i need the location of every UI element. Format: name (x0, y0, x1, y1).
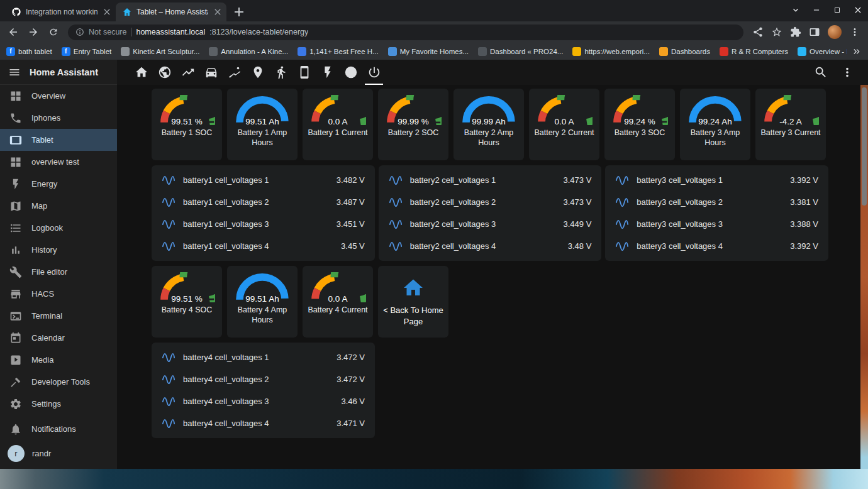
new-tab-button[interactable] (231, 4, 247, 19)
entity-row[interactable]: battery1 cell_voltages 33.451 V (152, 213, 375, 235)
entity-row[interactable]: battery4 cell_voltages 23.472 V (152, 368, 375, 390)
bookmark-favicon (121, 47, 130, 56)
gauge-card-battery1-soc[interactable]: 99.51 % Battery 1 SOC (152, 89, 222, 160)
view-tab-slope[interactable] (223, 60, 246, 85)
sidebar-item-settings[interactable]: Settings (0, 393, 117, 415)
gauge-card-battery4-current[interactable]: 0.0 A Battery 4 Current (303, 266, 373, 338)
bookmark-item[interactable]: fbath tablet (6, 47, 52, 56)
bookmark-item[interactable]: fEntry Tablet (62, 47, 112, 56)
bookmarks-overflow-icon[interactable] (852, 47, 862, 57)
browser-tab-github[interactable]: Integration not working for me... (5, 3, 116, 21)
gauge-card-battery3-current[interactable]: -4.2 A Battery 3 Current (755, 89, 826, 160)
bookmark-item[interactable]: Dashboard « PRO24... (478, 47, 563, 56)
sidebar-item-terminal[interactable]: Terminal (0, 305, 117, 327)
browser-menu-icon[interactable] (849, 26, 860, 38)
entity-row[interactable]: battery2 cell_voltages 13.473 V (379, 169, 602, 191)
bookmark-item[interactable]: Overview - Home A... (798, 47, 847, 56)
tab-search-chevron-icon[interactable] (785, 0, 806, 20)
entity-row[interactable]: battery4 cell_voltages 13.472 V (152, 346, 375, 368)
entity-row[interactable]: battery1 cell_voltages 13.482 V (152, 169, 375, 191)
bookmark-item[interactable]: Annulation - A Kine... (209, 47, 288, 56)
entity-name: battery3 cell_voltages 2 (637, 197, 782, 207)
tab-close-icon[interactable] (102, 7, 112, 17)
sidebar-item-iphones[interactable]: Iphones (0, 107, 117, 129)
sidebar-item-calendar[interactable]: Calendar (0, 327, 117, 349)
view-tab-tablet[interactable] (292, 60, 316, 85)
entity-row[interactable]: battery2 cell_voltages 23.473 V (379, 191, 602, 213)
bookmark-item[interactable]: R & R Computers (720, 47, 788, 56)
sidebar-item-overview[interactable]: Overview (0, 85, 117, 107)
view-tab-walk[interactable] (269, 60, 292, 85)
side-panel-icon[interactable] (809, 26, 820, 38)
bookmark-item[interactable]: Kinetic Art Sculptur... (121, 47, 199, 56)
view-tab-map-marker[interactable] (246, 60, 269, 85)
bookmark-item[interactable]: https://web.empori... (572, 47, 650, 56)
main-panel: 99.51 % Battery 1 SOC 99.51 Ah Battery 1… (117, 60, 868, 469)
sidebar-item-tablet[interactable]: Tablet (0, 129, 117, 151)
gauge-card-battery3-soc[interactable]: 99.24 % Battery 3 SOC (604, 89, 675, 160)
sidebar-item-logbook[interactable]: Logbook (0, 217, 117, 239)
reload-button[interactable] (45, 24, 62, 40)
address-bar[interactable]: Not secure homeassistant.local:8123/love… (68, 25, 743, 40)
sidebar-item-map[interactable]: Map (0, 195, 117, 217)
entity-row[interactable]: battery3 cell_voltages 13.392 V (605, 169, 828, 191)
entity-state: 3.473 V (564, 197, 592, 207)
gauge-card-battery2-soc[interactable]: 99.99 % Battery 2 SOC (378, 89, 448, 160)
overflow-menu-icon[interactable] (840, 65, 854, 79)
gauge-label: Battery 1 Current (304, 128, 371, 138)
bookmark-item[interactable]: 1,141+ Best Free H... (298, 47, 379, 56)
bookmark-star-icon[interactable] (771, 26, 782, 38)
sidebar-item-developer-tools[interactable]: Developer Tools (0, 371, 117, 393)
page-scrollbar-thumb[interactable] (862, 87, 867, 206)
entity-row[interactable]: battery3 cell_voltages 43.392 V (605, 235, 828, 257)
gauge-card-battery2-amp-hours[interactable]: 99.99 Ah Battery 2 Amp Hours (453, 89, 524, 160)
back-button[interactable] (5, 24, 21, 40)
view-tab-trending[interactable] (176, 60, 199, 85)
view-tab-home[interactable] (130, 60, 153, 85)
view-tab-power[interactable] (362, 60, 386, 85)
window-minimize-button[interactable] (806, 0, 826, 20)
share-icon[interactable] (752, 26, 764, 38)
view-tab-flash[interactable] (316, 60, 339, 85)
gauge-card-battery1-current[interactable]: 0.0 A Battery 1 Current (303, 89, 373, 160)
view-tab-earth[interactable] (153, 60, 176, 85)
sidebar-item-hacs[interactable]: HACS (0, 283, 117, 305)
sidebar-item-label: HACS (31, 289, 54, 299)
entity-row[interactable]: battery2 cell_voltages 43.48 V (379, 235, 602, 257)
gauge-card-battery1-amp-hours[interactable]: 99.51 Ah Battery 1 Amp Hours (227, 89, 298, 160)
sidebar-item-overview-test[interactable]: overview test (0, 151, 117, 173)
sidebar-item-energy[interactable]: Energy (0, 173, 117, 195)
extensions-puzzle-icon[interactable] (790, 26, 801, 38)
entity-row[interactable]: battery4 cell_voltages 43.471 V (152, 412, 375, 434)
browser-tab-home-assistant[interactable]: Tablet – Home Assistant (116, 3, 226, 21)
sidebar-item-file-editor[interactable]: File editor (0, 261, 117, 283)
gauge-card-battery3-amp-hours[interactable]: 99.24 Ah Battery 3 Amp Hours (680, 89, 750, 160)
sidebar-item-notifications[interactable]: Notifications (0, 418, 117, 440)
entity-row[interactable]: battery3 cell_voltages 33.388 V (605, 213, 828, 235)
bookmark-item[interactable]: My Favorite Homes... (388, 47, 469, 56)
search-icon[interactable] (814, 65, 828, 79)
browser-profile-avatar[interactable] (828, 25, 842, 39)
bookmark-item[interactable]: Dashboards (659, 47, 710, 56)
window-close-button[interactable] (847, 0, 868, 20)
entity-row[interactable]: battery1 cell_voltages 43.45 V (152, 235, 375, 257)
view-tab-circle[interactable] (339, 60, 362, 85)
view-tab-car[interactable] (199, 60, 223, 85)
gauge-card-battery4-soc[interactable]: 99.51 % Battery 4 SOC (152, 266, 222, 338)
tab-close-icon[interactable] (213, 7, 223, 17)
sidebar-profile[interactable]: r randr (0, 440, 117, 466)
entity-row[interactable]: battery3 cell_voltages 23.381 V (605, 191, 828, 213)
entity-row[interactable]: battery2 cell_voltages 33.449 V (379, 213, 602, 235)
gauge-card-battery4-amp-hours[interactable]: 99.51 Ah Battery 4 Amp Hours (227, 266, 298, 338)
entity-row[interactable]: battery4 cell_voltages 33.46 V (152, 390, 375, 412)
sidebar-item-media[interactable]: Media (0, 349, 117, 371)
gauge-label: Battery 1 SOC (158, 128, 216, 138)
back-to-home-card[interactable]: < Back To Home Page (378, 266, 448, 338)
sidebar-item-history[interactable]: History (0, 239, 117, 261)
menu-icon[interactable] (8, 66, 21, 79)
window-maximize-button[interactable] (826, 0, 847, 20)
forward-button[interactable] (25, 24, 42, 40)
entity-row[interactable]: battery1 cell_voltages 23.487 V (152, 191, 375, 213)
gauge-card-battery2-current[interactable]: 0.0 A Battery 2 Current (529, 89, 599, 160)
not-secure-info-icon[interactable] (75, 28, 84, 36)
